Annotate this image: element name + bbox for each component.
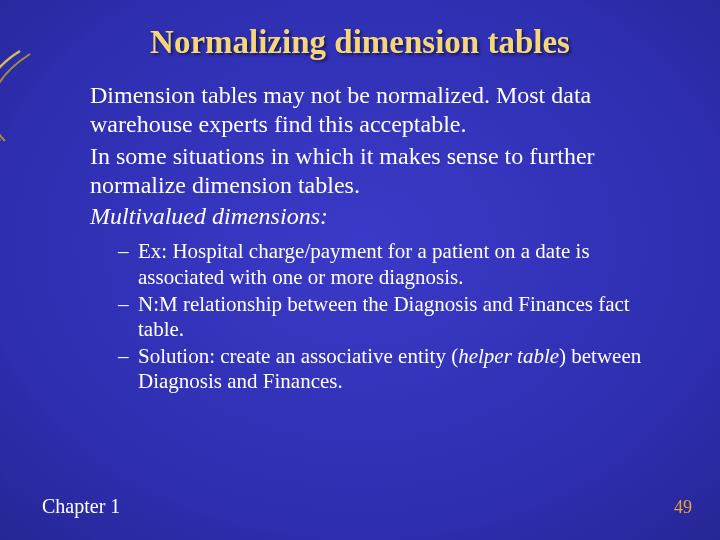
paragraph-3-heading: Multivalued dimensions: bbox=[90, 202, 656, 231]
sub-item-2: N:M relationship between the Diagnosis a… bbox=[118, 292, 656, 343]
slide-content: Dimension tables may not be normalized. … bbox=[0, 61, 720, 395]
sub-item-3-prefix: Solution: create an associative entity ( bbox=[138, 344, 458, 368]
footer-chapter: Chapter 1 bbox=[42, 495, 120, 518]
footer-page-number: 49 bbox=[674, 497, 692, 518]
sub-item-3: Solution: create an associative entity (… bbox=[118, 344, 656, 395]
sub-item-1: Ex: Hospital charge/payment for a patien… bbox=[118, 239, 656, 290]
slide-title: Normalizing dimension tables bbox=[0, 0, 720, 61]
sub-item-3-italic: helper table bbox=[458, 344, 559, 368]
sub-list: Ex: Hospital charge/payment for a patien… bbox=[90, 233, 656, 395]
paragraph-2: In some situations in which it makes sen… bbox=[90, 142, 656, 201]
paragraph-1: Dimension tables may not be normalized. … bbox=[90, 81, 656, 140]
